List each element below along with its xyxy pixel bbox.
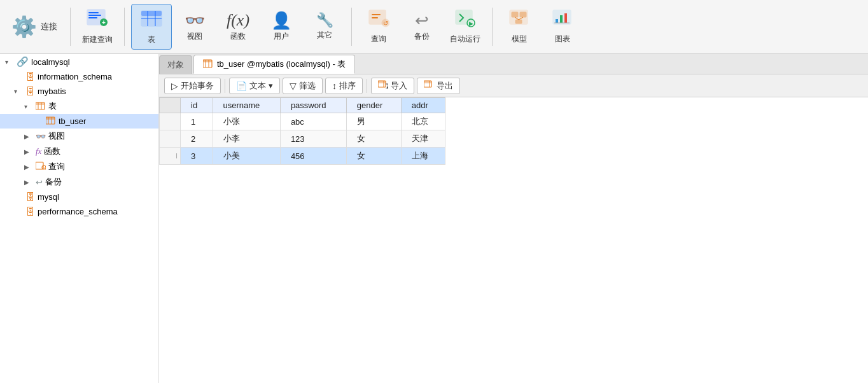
cell-addr[interactable]: 北京 — [401, 113, 445, 130]
tb-user-icon — [46, 116, 56, 127]
function-label: 函数 — [230, 31, 246, 42]
svg-text:↺: ↺ — [383, 20, 388, 27]
func-folder-label: 函数 — [44, 146, 153, 157]
svg-rect-35 — [46, 117, 55, 120]
text-button[interactable]: 📄 文本 ▾ — [229, 78, 280, 94]
query-icon: ↺ — [368, 9, 389, 31]
text-icon: 📄 — [236, 81, 247, 91]
cell-gender[interactable]: 男 — [346, 113, 401, 130]
row-number — [160, 130, 181, 148]
cell-id[interactable]: 1 — [181, 113, 213, 130]
cell-gender[interactable]: 女 — [346, 130, 401, 148]
svg-rect-51 — [424, 81, 431, 83]
divider-1 — [70, 8, 71, 46]
mysql-icon: 🗄 — [25, 192, 35, 202]
sidebar-item-information-schema[interactable]: 🗄 information_schema — [0, 69, 158, 84]
other-button[interactable]: 🔧 其它 — [304, 4, 345, 50]
filter-button[interactable]: ▽ 筛选 — [283, 78, 323, 94]
cell-username[interactable]: 小李 — [213, 130, 280, 148]
info-schema-icon: 🗄 — [25, 71, 35, 82]
svg-text:+: + — [102, 19, 106, 26]
cell-password[interactable]: abc — [280, 113, 346, 130]
svg-rect-20 — [512, 12, 518, 17]
sidebar-item-localmysql[interactable]: ▾ 🔗 localmysql — [0, 54, 158, 69]
col-id[interactable]: id — [181, 98, 213, 113]
toggle-localmysql: ▾ — [5, 59, 14, 66]
function-button[interactable]: f(x) 函数 — [218, 4, 258, 50]
other-icon: 🔧 — [316, 13, 333, 27]
text-dropdown-icon: ▾ — [269, 81, 273, 90]
col-rownum — [160, 98, 181, 113]
cell-username[interactable]: 小张 — [213, 113, 280, 130]
svg-rect-15 — [372, 17, 378, 18]
cell-username[interactable]: 小美 — [213, 148, 280, 165]
view-folder-label: 视图 — [48, 130, 153, 142]
col-addr[interactable]: addr — [401, 98, 445, 113]
tab-object[interactable]: 对象 — [159, 55, 192, 74]
model-label: 模型 — [512, 34, 527, 45]
user-button[interactable]: 👤 用户 — [261, 4, 302, 50]
start-transaction-icon: ▷ — [171, 81, 178, 91]
table-row[interactable]: 2小李123女天津 — [160, 130, 445, 148]
svg-rect-1 — [88, 12, 99, 13]
perf-schema-label: performance_schema — [38, 207, 153, 216]
new-query-button[interactable]: + 新建查询 — [77, 4, 118, 50]
text-label: 文本 — [249, 80, 266, 92]
cell-password[interactable]: 123 — [280, 130, 346, 148]
col-password[interactable]: password — [280, 98, 346, 113]
backup-button[interactable]: ↩ 备份 — [402, 4, 442, 50]
sidebar-item-backup-folder[interactable]: ▶ ↩ 备份 — [0, 174, 158, 190]
svg-rect-42 — [203, 60, 212, 62]
connect-icon: ⚙️ — [11, 15, 37, 39]
svg-rect-22 — [515, 20, 522, 24]
export-button[interactable]: 导出 — [417, 78, 460, 94]
toggle-backup: ▶ — [24, 179, 33, 186]
main-layout: ▾ 🔗 localmysql 🗄 information_schema ▾ 🗄 … — [0, 54, 868, 383]
chart-button[interactable]: 图表 — [542, 4, 583, 50]
table-icon — [140, 8, 163, 32]
table-row[interactable]: 1小张abc男北京 — [160, 113, 445, 130]
content-area: 对象 tb_user @mybatis (localmysql) - 表 ▷ 开 — [159, 54, 868, 383]
divider-3 — [351, 8, 352, 46]
svg-rect-31 — [36, 102, 45, 105]
sidebar-item-performance-schema[interactable]: 🗄 performance_schema — [0, 204, 158, 219]
connect-button[interactable]: ⚙️ 连接 — [5, 4, 64, 50]
table-row[interactable]: I3小美456女上海 — [160, 148, 445, 165]
svg-rect-7 — [141, 11, 162, 16]
col-gender[interactable]: gender — [346, 98, 401, 113]
cell-addr[interactable]: 上海 — [401, 148, 445, 165]
import-button[interactable]: 导入 — [371, 78, 414, 94]
sidebar-item-tb-user[interactable]: tb_user — [0, 114, 158, 129]
tab-table[interactable]: tb_user @mybatis (localmysql) - 表 — [193, 55, 355, 74]
cell-gender[interactable]: 女 — [346, 148, 401, 165]
sidebar-item-mybatis[interactable]: ▾ 🗄 mybatis — [0, 84, 158, 99]
start-transaction-button[interactable]: ▷ 开始事务 — [164, 78, 221, 94]
query-button[interactable]: ↺ 查询 — [358, 4, 399, 50]
view-icon: 👓 — [185, 12, 205, 29]
sidebar-item-query-folder[interactable]: ▶ ↺ 查询 — [0, 159, 158, 174]
cell-password[interactable]: 456 — [280, 148, 346, 165]
col-username[interactable]: username — [213, 98, 280, 113]
divider-4 — [492, 8, 493, 46]
cell-addr[interactable]: 天津 — [401, 130, 445, 148]
sort-button[interactable]: ↕ 排序 — [325, 78, 363, 94]
sidebar-item-view-folder[interactable]: ▶ 👓 视图 — [0, 129, 158, 144]
table-folder-label: 表 — [48, 101, 153, 112]
other-label: 其它 — [317, 30, 332, 41]
cell-id[interactable]: 2 — [181, 130, 213, 148]
cell-id[interactable]: 3 — [181, 148, 213, 165]
start-transaction-label: 开始事务 — [181, 80, 214, 92]
sidebar-item-mysql[interactable]: 🗄 mysql — [0, 190, 158, 204]
table-button[interactable]: 表 — [131, 4, 172, 50]
sidebar-item-table-folder[interactable]: ▾ 表 — [0, 99, 158, 114]
connect-label: 连接 — [41, 21, 57, 32]
filter-label: 筛选 — [299, 80, 316, 92]
auto-run-button[interactable]: ▶ 自动运行 — [445, 4, 486, 50]
sidebar-item-func-folder[interactable]: ▶ fx 函数 — [0, 144, 158, 159]
query-folder-label: 查询 — [48, 161, 153, 172]
auto-run-icon: ▶ — [454, 9, 476, 31]
info-schema-label: information_schema — [38, 72, 153, 81]
model-button[interactable]: 模型 — [499, 4, 540, 50]
view-button[interactable]: 👓 视图 — [174, 4, 215, 50]
svg-rect-2 — [88, 15, 101, 16]
